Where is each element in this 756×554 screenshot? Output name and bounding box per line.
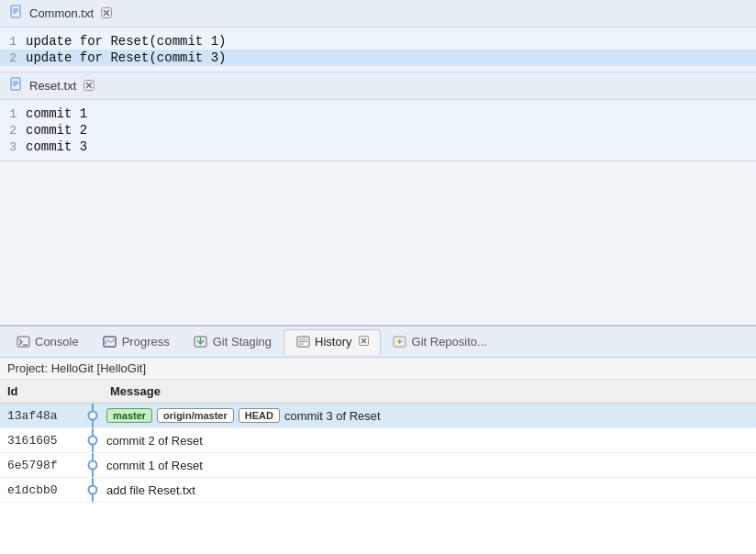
commit-id: e1dcbb0: [0, 481, 83, 500]
row-content: masterorigin/masterHEADcommit 3 of Reset: [103, 405, 756, 426]
history-tab-label: History: [315, 335, 351, 349]
col-id-header: Id: [0, 382, 83, 400]
graph-column: [83, 478, 103, 502]
col-msg-header: Message: [103, 382, 756, 400]
svg-point-35: [89, 486, 97, 494]
editor-filename: Common.txt: [29, 6, 94, 20]
commit-id: 3161605: [0, 431, 83, 450]
bottom-panel: ConsoleProgressGit StagingHistoryGit Rep…: [0, 325, 756, 554]
code-line: 1update for Reset(commit 1): [0, 33, 756, 50]
history-table: Id Message 13af48a masterorigin/masterHE…: [0, 380, 756, 554]
graph-column: [83, 428, 103, 452]
history-content: Project: HelloGit [HelloGit] Id Message …: [0, 358, 756, 554]
progress-tab-icon: [103, 335, 117, 349]
console-tab-icon: [16, 335, 30, 349]
code-line: 2commit 2: [0, 122, 756, 138]
line-code: commit 3: [26, 139, 87, 154]
row-content: commit 2 of Reset: [103, 431, 756, 450]
line-number: 3: [0, 140, 26, 154]
line-number: 1: [0, 35, 26, 49]
code-line: 2update for Reset(commit 3): [0, 50, 756, 66]
history-header: Id Message: [0, 380, 756, 404]
editor-content: 1commit 12commit 23commit 3: [0, 100, 756, 161]
svg-point-33: [89, 461, 97, 470]
close-tab-icon[interactable]: [359, 336, 369, 348]
commit-id: 6e5798f: [0, 456, 83, 475]
history-row[interactable]: e1dcbb0 add file Reset.txt: [0, 478, 756, 503]
file-icon: [9, 5, 24, 22]
row-content: commit 1 of Reset: [103, 456, 756, 475]
commit-message: commit 1 of Reset: [106, 459, 203, 472]
git-repository-tab-icon: [393, 335, 407, 349]
line-code: update for Reset(commit 1): [26, 34, 226, 49]
git-staging-tab-icon: [194, 335, 208, 349]
tab-bar: ConsoleProgressGit StagingHistoryGit Rep…: [0, 327, 756, 358]
editor-filename: Reset.txt: [29, 79, 76, 93]
code-line: 3commit 3: [0, 138, 756, 155]
console-tab-label: Console: [35, 335, 79, 349]
git-repository-tab-label: Git Reposito...: [412, 335, 487, 349]
line-code: commit 1: [26, 106, 87, 121]
git-staging-tab-label: Git Staging: [213, 335, 272, 349]
close-tab-icon[interactable]: [101, 7, 112, 20]
graph-column: [83, 453, 103, 477]
editor-header-editor-reset: Reset.txt: [0, 72, 756, 100]
history-row[interactable]: 13af48a masterorigin/masterHEADcommit 3 …: [0, 404, 756, 428]
line-code: update for Reset(commit 3): [26, 50, 226, 65]
editor-header-editor-common: Common.txt: [0, 0, 756, 28]
badge-master: master: [106, 408, 152, 423]
tab-progress[interactable]: Progress: [91, 329, 182, 355]
line-number: 1: [0, 107, 26, 121]
badge-HEAD: HEAD: [239, 408, 280, 423]
tab-history[interactable]: History: [284, 329, 380, 355]
commit-message: commit 3 of Reset: [284, 409, 381, 423]
tab-git-staging[interactable]: Git Staging: [182, 329, 284, 355]
commit-message: commit 2 of Reset: [106, 434, 203, 448]
close-tab-icon[interactable]: [83, 80, 94, 93]
line-code: commit 2: [26, 123, 87, 138]
editor-content: 1update for Reset(commit 1)2update for R…: [0, 28, 756, 72]
history-tab-icon: [295, 335, 310, 349]
tab-console[interactable]: Console: [4, 329, 91, 355]
project-label: Project: HelloGit [HelloGit]: [0, 358, 756, 380]
file-icon: [9, 77, 24, 94]
commit-message: add file Reset.txt: [106, 483, 195, 497]
svg-point-31: [89, 437, 97, 445]
editor-pane-editor-reset: Reset.txt 1commit 12commit 23commit 3: [0, 72, 756, 161]
row-content: add file Reset.txt: [103, 481, 756, 500]
tab-git-repository[interactable]: Git Reposito...: [381, 329, 499, 355]
line-number: 2: [0, 124, 26, 138]
svg-point-29: [89, 412, 97, 420]
history-row[interactable]: 6e5798f commit 1 of Reset: [0, 453, 756, 478]
line-number: 2: [0, 51, 26, 65]
commit-id: 13af48a: [0, 406, 83, 426]
badge-origin-master: origin/master: [157, 408, 234, 423]
editor-pane-editor-common: Common.txt 1update for Reset(commit 1)2u…: [0, 0, 756, 72]
graph-column: [83, 404, 103, 427]
history-row[interactable]: 3161605 commit 2 of Reset: [0, 428, 756, 453]
editor-area: Common.txt 1update for Reset(commit 1)2u…: [0, 0, 756, 325]
progress-tab-label: Progress: [122, 335, 170, 349]
code-line: 1commit 1: [0, 105, 756, 122]
